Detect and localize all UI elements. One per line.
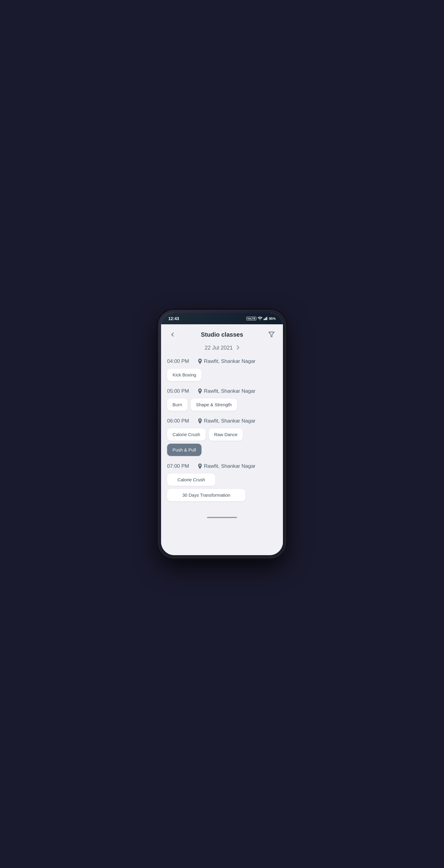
pin-icon-0600: [198, 418, 202, 424]
back-button[interactable]: [167, 329, 178, 340]
svg-rect-1: [264, 319, 265, 320]
time-location-0700: 07:00 PM Rawfit, Shankar Nagar: [167, 463, 277, 469]
class-calorie-crush-0600[interactable]: Calorie Crush: [167, 428, 206, 441]
schedule-list: 04:00 PM Rawfit, Shankar Nagar Kick Boxi…: [161, 356, 283, 515]
class-push-pull[interactable]: Push & Pull: [167, 444, 202, 456]
notch: [210, 313, 234, 319]
time-block-0600: 06:00 PM Rawfit, Shankar Nagar Calorie C…: [167, 418, 277, 456]
time-label-0700: 07:00 PM: [167, 463, 194, 469]
location-0500: Rawfit, Shankar Nagar: [198, 388, 256, 394]
volte-icon: VoLTE: [246, 317, 256, 320]
home-bar: [161, 515, 283, 522]
time-label-0500: 05:00 PM: [167, 388, 194, 394]
wifi-icon: [258, 316, 262, 321]
classes-row-0400: Kick Boxing: [167, 369, 277, 381]
class-raw-dance[interactable]: Raw Dance: [209, 428, 243, 441]
class-kick-boxing[interactable]: Kick Boxing: [167, 369, 202, 381]
battery-icon: 85%: [269, 317, 276, 320]
pin-icon-0500: [198, 389, 202, 394]
location-0700: Rawfit, Shankar Nagar: [198, 463, 256, 469]
status-time: 12:43: [168, 316, 179, 321]
svg-rect-3: [266, 317, 267, 320]
class-30-days-transformation[interactable]: 30 Days Transformation: [167, 489, 245, 501]
classes-row-0600: Calorie Crush Raw Dance Push & Pull: [167, 428, 277, 456]
filter-button[interactable]: [266, 329, 277, 340]
location-0400: Rawfit, Shankar Nagar: [198, 358, 256, 364]
signal-icon: [264, 316, 268, 321]
classes-row-0700: Calorie Crush 30 Days Transformation: [167, 473, 277, 501]
location-0600: Rawfit, Shankar Nagar: [198, 418, 256, 424]
classes-row-0500: Burn Shape & Strength: [167, 398, 277, 411]
class-calorie-crush-0700[interactable]: Calorie Crush: [167, 473, 215, 486]
svg-rect-2: [265, 318, 266, 320]
class-shape-strength[interactable]: Shape & Strength: [190, 398, 237, 411]
current-date: 22 Jul 2021: [205, 345, 233, 351]
svg-rect-4: [267, 316, 268, 320]
time-block-0400: 04:00 PM Rawfit, Shankar Nagar Kick Boxi…: [167, 358, 277, 381]
location-name-0400: Rawfit, Shankar Nagar: [204, 358, 256, 364]
date-navigation: 22 Jul 2021: [161, 342, 283, 356]
time-block-0500: 05:00 PM Rawfit, Shankar Nagar Burn Shap…: [167, 388, 277, 411]
pin-icon-0400: [198, 359, 202, 364]
location-name-0600: Rawfit, Shankar Nagar: [204, 418, 256, 424]
location-name-0700: Rawfit, Shankar Nagar: [204, 463, 256, 469]
location-name-0500: Rawfit, Shankar Nagar: [204, 388, 256, 394]
svg-point-0: [259, 319, 260, 320]
time-label-0400: 04:00 PM: [167, 358, 194, 364]
next-date-button[interactable]: [236, 345, 239, 351]
status-icons: VoLTE 85%: [246, 316, 276, 321]
time-block-0700: 07:00 PM Rawfit, Shankar Nagar Calorie C…: [167, 463, 277, 501]
time-label-0600: 06:00 PM: [167, 418, 194, 424]
app-content: Studio classes 22 Jul 2021: [161, 324, 283, 555]
phone-frame: 12:43 VoLTE: [159, 310, 285, 558]
page-title: Studio classes: [201, 331, 243, 338]
svg-marker-5: [269, 332, 274, 337]
pin-icon-0700: [198, 464, 202, 469]
home-indicator: [207, 517, 237, 518]
phone-screen: 12:43 VoLTE: [161, 313, 283, 555]
time-location-0600: 06:00 PM Rawfit, Shankar Nagar: [167, 418, 277, 424]
header: Studio classes: [161, 324, 283, 342]
class-burn[interactable]: Burn: [167, 398, 188, 411]
time-location-0400: 04:00 PM Rawfit, Shankar Nagar: [167, 358, 277, 364]
time-location-0500: 05:00 PM Rawfit, Shankar Nagar: [167, 388, 277, 394]
